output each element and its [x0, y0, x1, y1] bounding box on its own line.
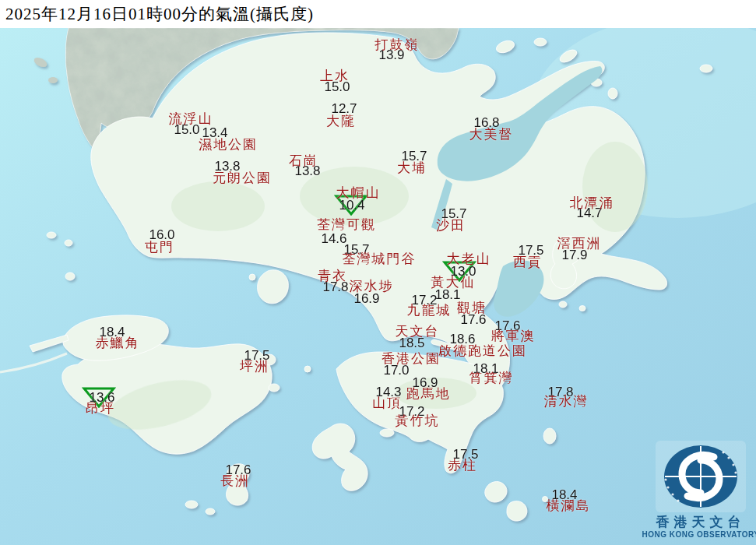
map-title: 2025年12月16日01時00分的氣溫(攝氏度): [5, 3, 314, 25]
hko-logo-english: HONG KONG OBSERVATORY: [642, 529, 756, 540]
hko-logo: 香港天文台 HONG KONG OBSERVATORY: [643, 439, 756, 543]
land-tsing-yi: [258, 270, 289, 304]
title-bar: 2025年12月16日01時00分的氣溫(攝氏度): [0, 0, 756, 28]
hko-logo-icon: [643, 439, 756, 514]
hko-logo-chinese: 香港天文台: [656, 515, 746, 529]
weather-map-screen: 2025年12月16日01時00分的氣溫(攝氏度) 13.9打鼓嶺15.0上水1…: [0, 0, 756, 545]
